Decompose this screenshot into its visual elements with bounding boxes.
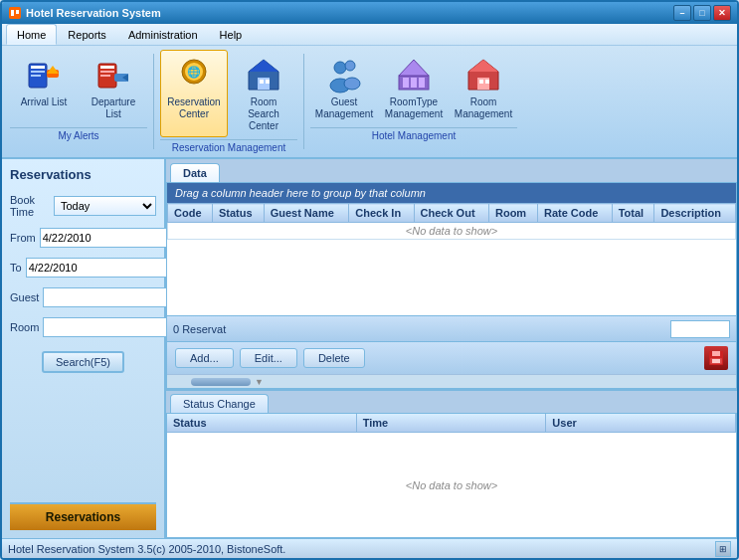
reservation-count: 0 Reservat — [173, 323, 226, 335]
menu-home[interactable]: Home — [6, 24, 57, 45]
status-col-user: User — [546, 414, 736, 432]
departure-list-label: Departure List — [87, 96, 140, 120]
status-section: Status Change Status Time User <No data … — [166, 389, 737, 538]
book-time-row: Book Time Today This Week This Month Cus… — [10, 194, 156, 218]
add-button[interactable]: Add... — [175, 348, 234, 368]
arrival-list-button[interactable]: Arrival List — [10, 50, 78, 125]
svg-marker-31 — [399, 60, 429, 76]
scroll-bar[interactable]: ▼ — [167, 374, 736, 388]
svg-rect-6 — [31, 75, 41, 77]
tab-bar: Data — [166, 159, 737, 182]
room-label: Room — [10, 321, 39, 333]
data-tab[interactable]: Data — [170, 163, 220, 182]
svg-rect-0 — [9, 7, 21, 19]
svg-point-24 — [345, 61, 355, 71]
status-tab-bar: Status Change — [166, 391, 737, 413]
room-row: Room — [10, 317, 156, 337]
grid-drag-info: Drag a column header here to group by th… — [167, 183, 736, 203]
room-search-center-button[interactable]: Room Search Center — [230, 50, 297, 137]
data-footer: 0 Reservat — [167, 315, 736, 341]
right-panel: Data Drag a column header here to group … — [166, 159, 737, 538]
svg-rect-34 — [479, 80, 483, 84]
status-bar-icon: ⊞ — [715, 541, 731, 557]
footer-input[interactable] — [670, 320, 730, 338]
scroll-thumb[interactable] — [191, 378, 251, 386]
reservation-center-button[interactable]: 🌐 Reservation Center — [160, 50, 228, 137]
book-time-select[interactable]: Today This Week This Month Custom — [54, 196, 156, 216]
roomtype-management-button[interactable]: RoomType Management — [380, 50, 448, 125]
svg-rect-5 — [31, 71, 45, 73]
toolbar-group-reservation: 🌐 Reservation Center — [160, 50, 297, 153]
window: Hotel Reservation System – □ ✕ Home Repo… — [0, 0, 739, 560]
left-panel: Reservations Book Time Today This Week T… — [2, 159, 166, 538]
col-description: Description — [654, 204, 736, 223]
hotel-group-label: Hotel Management — [310, 127, 517, 141]
room-management-label: Room Management — [455, 96, 512, 120]
menu-reports[interactable]: Reports — [57, 24, 117, 45]
no-data-row: <No data to show> — [168, 223, 736, 240]
window-controls: – □ ✕ — [673, 5, 731, 21]
to-date-wrap: ▼ — [26, 258, 185, 278]
status-text: Hotel Reservation System 3.5(c) 2005-201… — [8, 543, 285, 555]
svg-rect-20 — [260, 80, 264, 84]
status-no-data: <No data to show> — [167, 433, 736, 537]
status-change-tab[interactable]: Status Change — [170, 394, 269, 413]
data-area: Drag a column header here to group by th… — [166, 182, 737, 389]
guest-management-label: Guest Management — [315, 96, 373, 120]
bottom-nav-label: Reservations — [46, 510, 120, 524]
from-date-input[interactable] — [41, 229, 182, 247]
room-search-label: Room Search Center — [237, 96, 290, 132]
close-button[interactable]: ✕ — [713, 5, 731, 21]
arrival-list-label: Arrival List — [21, 96, 68, 108]
menu-help[interactable]: Help — [209, 24, 254, 45]
to-label: To — [10, 262, 22, 274]
menu-bar: Home Reports Administration Help — [2, 24, 737, 46]
save-button[interactable] — [704, 346, 728, 370]
arrival-icon — [24, 55, 64, 94]
col-rate-code: Rate Code — [537, 204, 612, 223]
svg-point-26 — [344, 78, 360, 90]
to-date-input[interactable] — [27, 259, 168, 277]
col-check-in: Check In — [349, 204, 414, 223]
guest-management-button[interactable]: Guest Management — [310, 50, 378, 125]
toolbar: Arrival List Departure List — [2, 46, 737, 159]
edit-button[interactable]: Edit... — [240, 348, 297, 368]
delete-button[interactable]: Delete — [303, 348, 365, 368]
col-guest-name: Guest Name — [264, 204, 349, 223]
maximize-button[interactable]: □ — [693, 5, 711, 21]
svg-rect-21 — [266, 80, 270, 84]
guest-label: Guest — [10, 291, 39, 303]
svg-rect-4 — [31, 66, 45, 69]
svg-rect-11 — [100, 71, 114, 73]
col-total: Total — [612, 204, 654, 223]
from-row: From ▼ — [10, 228, 156, 248]
app-icon — [8, 6, 22, 20]
grid-container[interactable]: Code Status Guest Name Check In Check Ou… — [167, 203, 736, 315]
svg-rect-1 — [11, 10, 14, 16]
toolbar-group-hotel: Guest Management RoomType Management — [310, 50, 517, 141]
menu-administration[interactable]: Administration — [117, 24, 209, 45]
action-bar: Add... Edit... Delete — [167, 341, 736, 374]
departure-list-button[interactable]: Departure List — [80, 50, 147, 125]
window-title: Hotel Reservation System — [26, 7, 161, 19]
status-grid-header: Status Time User — [167, 414, 736, 433]
roomtype-icon — [394, 55, 434, 94]
col-code: Code — [168, 204, 213, 223]
svg-rect-40 — [712, 359, 720, 363]
status-col-status: Status — [167, 414, 357, 432]
col-check-out: Check Out — [414, 204, 488, 223]
departure-icon — [93, 55, 133, 94]
svg-marker-22 — [249, 60, 278, 72]
minimize-button[interactable]: – — [673, 5, 691, 21]
main-area: Reservations Book Time Today This Week T… — [2, 159, 737, 538]
guest-row: Guest — [10, 287, 156, 307]
status-col-time: Time — [357, 414, 547, 432]
alerts-group-label: My Alerts — [10, 127, 147, 141]
room-search-icon — [244, 55, 283, 94]
svg-point-23 — [334, 62, 346, 74]
svg-rect-10 — [100, 66, 114, 69]
reservation-group-label: Reservation Management — [160, 139, 297, 153]
room-management-button[interactable]: Room Management — [450, 50, 517, 125]
search-button[interactable]: Search(F5) — [42, 351, 124, 373]
bottom-nav[interactable]: Reservations — [10, 502, 156, 530]
